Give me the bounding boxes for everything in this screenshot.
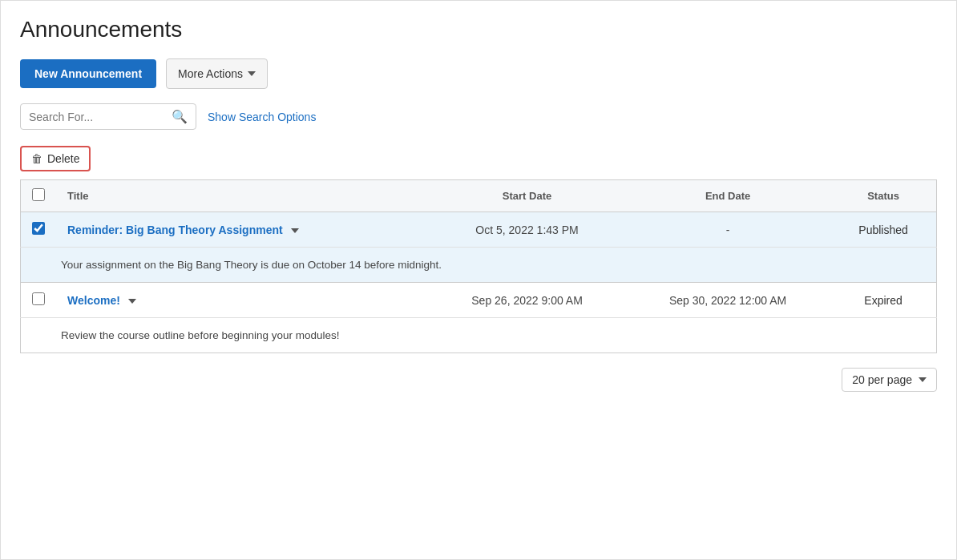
row-start-date: Sep 26, 2022 9:00 AM (429, 283, 625, 318)
col-header-start-date: Start Date (429, 180, 625, 212)
table-row-preview: Your assignment on the Big Bang Theory i… (21, 248, 937, 283)
search-box: 🔍 (20, 103, 196, 130)
col-header-status: Status (830, 180, 936, 212)
row-expand-chevron-icon[interactable] (291, 228, 299, 233)
row-start-date: Oct 5, 2022 1:43 PM (429, 212, 625, 248)
row-status: Published (830, 212, 936, 248)
row-end-date: - (625, 212, 830, 248)
per-page-select[interactable]: 20 per page (842, 368, 937, 392)
per-page-chevron-icon (919, 377, 927, 382)
show-search-options-link[interactable]: Show Search Options (208, 111, 316, 123)
announcement-title-link[interactable]: Reminder: Big Bang Theory Assignment (67, 224, 283, 236)
announcement-title-link[interactable]: Welcome! (67, 294, 120, 307)
toolbar: New Announcement More Actions (20, 58, 937, 89)
per-page-label: 20 per page (852, 373, 912, 386)
search-icon: 🔍 (172, 109, 188, 124)
search-input[interactable] (29, 111, 168, 123)
delete-label: Delete (47, 152, 79, 165)
pagination-bar: 20 per page (20, 368, 937, 392)
delete-toolbar: 🗑 Delete (20, 146, 937, 171)
more-actions-button[interactable]: More Actions (166, 58, 268, 89)
row-status: Expired (830, 283, 936, 318)
page-title: Announcements (20, 17, 937, 42)
more-actions-label: More Actions (178, 67, 243, 80)
delete-button[interactable]: 🗑 Delete (20, 146, 91, 171)
trash-icon: 🗑 (31, 152, 42, 165)
row-checkbox[interactable] (32, 292, 45, 305)
select-all-checkbox[interactable] (32, 188, 45, 201)
row-expand-chevron-icon[interactable] (128, 299, 136, 304)
announcements-table: Title Start Date End Date Status Reminde… (20, 179, 937, 353)
row-title-cell: Welcome! (56, 283, 429, 318)
row-end-date: Sep 30, 2022 12:00 AM (625, 283, 830, 318)
col-header-checkbox (21, 180, 57, 212)
row-preview-content: Review the course outline before beginni… (21, 318, 937, 353)
table-row: Welcome! Sep 26, 2022 9:00 AM Sep 30, 20… (21, 283, 937, 318)
search-row: 🔍 Show Search Options (20, 103, 937, 130)
table-row-preview: Review the course outline before beginni… (21, 318, 937, 353)
col-header-title: Title (56, 180, 429, 212)
row-checkbox-cell (21, 212, 57, 248)
page-container: Announcements New Announcement More Acti… (0, 0, 957, 560)
row-preview-content: Your assignment on the Big Bang Theory i… (21, 248, 937, 283)
col-header-end-date: End Date (625, 180, 830, 212)
row-title-cell: Reminder: Big Bang Theory Assignment (56, 212, 429, 248)
row-checkbox[interactable] (32, 222, 45, 235)
new-announcement-button[interactable]: New Announcement (20, 59, 156, 88)
row-checkbox-cell (21, 283, 57, 318)
chevron-down-icon (248, 71, 256, 76)
table-row: Reminder: Big Bang Theory Assignment Oct… (21, 212, 937, 248)
